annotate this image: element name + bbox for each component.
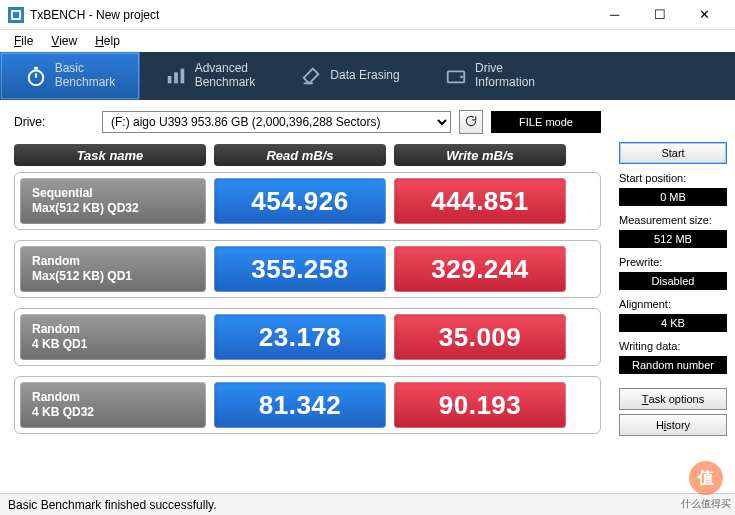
task-cell: SequentialMax(512 KB) QD32 (20, 178, 206, 224)
erase-icon (300, 65, 322, 87)
main-panel: Drive: (F:) aigo U393 953.86 GB (2,000,3… (0, 100, 615, 493)
header-row: Task name Read mB/s Write mB/s (14, 144, 601, 166)
wdata-label: Writing data: (619, 340, 727, 352)
write-value: 90.193 (394, 382, 566, 428)
svg-rect-6 (167, 76, 171, 83)
drive-select[interactable]: (F:) aigo U393 953.86 GB (2,000,396,288 … (102, 111, 451, 133)
history-button[interactable]: History (619, 414, 727, 436)
read-value: 81.342 (214, 382, 386, 428)
drive-icon (445, 65, 467, 87)
tab-label: AdvancedBenchmark (195, 62, 256, 90)
maximize-button[interactable]: ☐ (637, 1, 682, 29)
bars-icon (165, 65, 187, 87)
write-value: 329.244 (394, 246, 566, 292)
tab-data-erasing[interactable]: Data Erasing (280, 52, 420, 100)
watermark-icon: 值 (689, 461, 723, 495)
task-cell: Random4 KB QD32 (20, 382, 206, 428)
startpos-value: 0 MB (619, 188, 727, 206)
read-value: 23.178 (214, 314, 386, 360)
start-button[interactable]: Start (619, 142, 727, 164)
menubar: File View Help (0, 30, 735, 52)
header-task: Task name (14, 144, 206, 166)
statusbar: Basic Benchmark finished successfully. (0, 493, 735, 515)
watermark: 值 什么值得买 (681, 461, 731, 511)
side-panel: Start Start position: 0 MB Measurement s… (615, 100, 735, 493)
bench-row: SequentialMax(512 KB) QD32 454.926 444.8… (14, 172, 601, 230)
watermark-text: 什么值得买 (681, 497, 731, 511)
window-title: TxBENCH - New project (30, 8, 592, 22)
refresh-button[interactable] (459, 110, 483, 134)
prewrite-label: Prewrite: (619, 256, 727, 268)
bench-row: Random4 KB QD32 81.342 90.193 (14, 376, 601, 434)
startpos-label: Start position: (619, 172, 727, 184)
drive-label: Drive: (14, 115, 94, 129)
svg-rect-8 (180, 69, 184, 84)
close-button[interactable]: ✕ (682, 1, 727, 29)
menu-help[interactable]: Help (87, 32, 128, 50)
stopwatch-icon (25, 65, 47, 87)
task-cell: RandomMax(512 KB) QD1 (20, 246, 206, 292)
svg-rect-7 (174, 72, 178, 83)
task-cell: Random4 KB QD1 (20, 314, 206, 360)
app-icon (8, 7, 24, 23)
meassize-value: 512 MB (619, 230, 727, 248)
tab-basic-benchmark[interactable]: BasicBenchmark (0, 52, 140, 100)
header-write: Write mB/s (394, 144, 566, 166)
tab-label: BasicBenchmark (55, 62, 116, 90)
minimize-button[interactable]: ─ (592, 1, 637, 29)
svg-point-11 (460, 76, 463, 79)
file-mode-indicator: FILE mode (491, 111, 601, 133)
bench-row: RandomMax(512 KB) QD1 355.258 329.244 (14, 240, 601, 298)
tabbar: BasicBenchmark AdvancedBenchmark Data Er… (0, 52, 735, 100)
align-value: 4 KB (619, 314, 727, 332)
titlebar: TxBENCH - New project ─ ☐ ✕ (0, 0, 735, 30)
tab-label: Data Erasing (330, 69, 399, 83)
prewrite-value: Disabled (619, 272, 727, 290)
write-value: 444.851 (394, 178, 566, 224)
menu-view[interactable]: View (43, 32, 85, 50)
wdata-value: Random number (619, 356, 727, 374)
task-options-button[interactable]: Task options (619, 388, 727, 410)
status-text: Basic Benchmark finished successfully. (8, 498, 217, 512)
align-label: Alignment: (619, 298, 727, 310)
refresh-icon (464, 114, 478, 131)
header-read: Read mB/s (214, 144, 386, 166)
tab-label: DriveInformation (475, 62, 535, 90)
meassize-label: Measurement size: (619, 214, 727, 226)
bench-row: Random4 KB QD1 23.178 35.009 (14, 308, 601, 366)
read-value: 454.926 (214, 178, 386, 224)
svg-rect-2 (13, 12, 19, 18)
tab-drive-information[interactable]: DriveInformation (420, 52, 560, 100)
read-value: 355.258 (214, 246, 386, 292)
svg-rect-5 (34, 67, 38, 70)
tab-advanced-benchmark[interactable]: AdvancedBenchmark (140, 52, 280, 100)
write-value: 35.009 (394, 314, 566, 360)
menu-file[interactable]: File (6, 32, 41, 50)
